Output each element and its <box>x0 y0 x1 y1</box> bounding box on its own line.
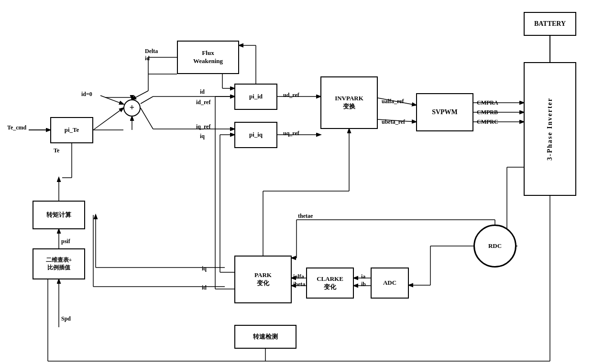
id-ref-label: id_ref <box>196 99 210 106</box>
diagram-container: BATTERY 3-Phase Inverter SVPWM INVPARK变换… <box>0 0 593 364</box>
adc-label: ADC <box>383 279 396 287</box>
park-label: PARK变化 <box>254 271 272 288</box>
wiring-diagram <box>0 0 593 364</box>
ualfa-ref-label: ualfa_ref <box>382 98 404 105</box>
ud-ref-label: ud_ref <box>283 92 299 99</box>
flux-weakening-block: FluxWeakening <box>177 41 239 74</box>
spd-label: Spd <box>61 315 71 322</box>
delta-id-label: Deltaid <box>145 48 158 62</box>
svg-line-4 <box>100 96 123 104</box>
svpwm-label: SVPWM <box>432 108 458 117</box>
id-park-label: id <box>202 284 207 291</box>
lookup-table-label: 二维查表+比例插值 <box>46 257 72 271</box>
pi-iq-label: pi_iq <box>249 131 263 139</box>
iq-park-label: iq <box>202 265 207 272</box>
invpark-label: INVPARK变换 <box>335 95 363 111</box>
adc-block: ADC <box>371 268 409 299</box>
uq-ref-label: uq_ref <box>283 130 299 137</box>
cmprc-label: CMPRC <box>477 118 498 126</box>
three-phase-inverter-block: 3-Phase Inverter <box>524 62 576 196</box>
lookup-table-block: 二维查表+比例插值 <box>33 248 85 279</box>
rdc-block: RDC <box>473 225 516 268</box>
flux-weakening-label: FluxWeakening <box>193 49 223 65</box>
svg-line-9 <box>141 108 153 129</box>
ib-label: ib <box>361 281 366 288</box>
cmpra-label: CMPRA <box>477 99 498 107</box>
invpark-block: INVPARK变换 <box>320 76 378 129</box>
iq-input-label: iq <box>200 133 205 140</box>
ia-label: ia <box>361 273 365 280</box>
speed-detect-block: 转速检测 <box>234 325 296 349</box>
clarke-label: CLARKE变化 <box>317 275 343 291</box>
psif-label: psif <box>61 238 70 245</box>
battery-block: BATTERY <box>524 12 576 36</box>
speed-detect-label: 转速检测 <box>253 333 278 341</box>
svpwm-block: SVPWM <box>416 93 473 131</box>
te-label: Te <box>54 147 59 154</box>
id-input-label: id <box>200 88 205 96</box>
rdc-label: RDC <box>488 242 502 250</box>
sum-junction: + <box>123 99 141 117</box>
thetae-label: thetae <box>298 213 313 220</box>
te-cmd-label: Te_cmd <box>7 124 26 131</box>
ubeta-ref-label: ubeta_ref <box>382 118 405 126</box>
park-block: PARK变化 <box>234 256 292 303</box>
clarke-block: CLARKE变化 <box>306 268 354 299</box>
battery-label: BATTERY <box>534 20 566 28</box>
ialfa-label: ialfa <box>293 273 304 280</box>
torque-calc-label: 转矩计算 <box>46 211 71 219</box>
pi-te-label: pi_Te <box>65 126 79 134</box>
id-zero-label: id=0 <box>81 91 92 98</box>
svg-line-49 <box>132 91 148 99</box>
inverter-label: 3-Phase Inverter <box>546 97 554 161</box>
cmprb-label: CMPRB <box>477 109 498 116</box>
svg-line-7 <box>141 96 153 104</box>
pi-iq-block: pi_iq <box>234 122 277 148</box>
iq-ref-label: iq_ref <box>196 123 210 130</box>
pi-id-block: pi_id <box>234 84 277 110</box>
pi-te-block: pi_Te <box>50 117 93 143</box>
torque-calc-block: 转矩计算 <box>33 201 85 229</box>
pi-id-label: pi_id <box>249 93 263 101</box>
svg-line-1 <box>93 108 123 130</box>
sum-symbol: + <box>130 102 134 113</box>
ibeta-label: ibeta <box>293 281 305 288</box>
